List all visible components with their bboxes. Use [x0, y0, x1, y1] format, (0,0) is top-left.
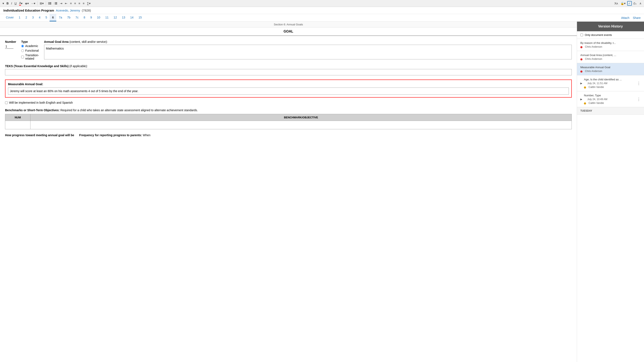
print-btn[interactable]: ⎙▾ [633, 1, 638, 5]
bullet-list-btn[interactable] [47, 1, 52, 5]
sidebar-title: Version History [577, 22, 644, 31]
measurable-goal-title: Measurable Annual Goal: [8, 82, 569, 86]
version-item-age[interactable]: ▶ Age, Is the child identified as ... Ju… [577, 75, 644, 91]
measurable-goal-input[interactable] [8, 87, 569, 95]
only-doc-events: Only document events [577, 31, 644, 39]
tab-11[interactable]: 11 [103, 14, 111, 21]
version-title-measurable: Measurable Annual Goal [580, 66, 641, 69]
lock-btn[interactable]: 🔒▾ [620, 1, 626, 5]
version-user-annual-goal: Chris Anderson [580, 57, 641, 60]
svg-rect-3 [49, 3, 51, 3]
tab-7b[interactable]: 7b [65, 14, 73, 21]
svg-point-2 [48, 3, 49, 4]
only-doc-checkbox[interactable] [580, 33, 583, 36]
highlight-btn[interactable]: ◈▾ [24, 1, 30, 5]
student-id: (7828) [82, 8, 91, 12]
tab-13[interactable]: 13 [119, 14, 128, 21]
bold-btn[interactable]: B [6, 1, 10, 5]
teks-suffix: (if applicable): [69, 64, 88, 68]
share-link[interactable]: Share [633, 16, 641, 19]
version-item-measurable[interactable]: Measurable Annual Goal Chris Anderson [577, 63, 644, 75]
version-item-disability[interactable]: By reason of the disability, t... Chris … [577, 39, 644, 51]
teks-input[interactable] [5, 69, 572, 75]
version-history-sidebar: Version History Only document events By … [577, 22, 644, 362]
numbered-list-btn[interactable]: 1.2.3. [53, 1, 58, 5]
version-user-annual-goal-name: Chris Anderson [585, 57, 602, 60]
underline-btn[interactable]: U [14, 1, 18, 5]
col-obj: BENCHMARK/OBJECTIVE [30, 114, 572, 121]
align-right-btn[interactable]: ≡ [78, 1, 81, 5]
type-transition[interactable]: Transition-related [21, 53, 39, 60]
only-doc-label: Only document events [585, 33, 612, 36]
version-item-number-type[interactable]: ▶ Number, Type July 24, 10:49 AM Caitlin… [577, 91, 644, 107]
outdent-btn[interactable]: ⇤ [64, 1, 68, 5]
tab-8[interactable]: 8 [81, 14, 88, 21]
age-more-icon[interactable]: ⋮ [637, 81, 641, 86]
version-time-number-type: July 24, 10:49 AM [587, 98, 637, 101]
functional-radio[interactable] [21, 49, 24, 52]
annual-goal-input[interactable]: Mathematics [44, 45, 572, 59]
english-spanish-checkbox[interactable] [5, 101, 8, 104]
indent-btn[interactable]: ⇥ [59, 1, 63, 5]
tab-cover[interactable]: Cover [3, 14, 16, 21]
number-type-more-icon[interactable]: ⋮ [637, 97, 641, 102]
tab-7a[interactable]: 7a [56, 14, 65, 21]
number-type-arrow-icon: ▶ [580, 98, 582, 101]
svg-rect-1 [49, 2, 51, 3]
transition-checkbox[interactable] [21, 56, 24, 58]
english-spanish-label: Will be implemented in both English and … [9, 101, 73, 104]
measurable-goal-section: Measurable Annual Goal: [5, 79, 572, 98]
more-btn[interactable]: ···▾ [30, 1, 36, 5]
progress-label: How progress toward meeting annual goal … [5, 133, 74, 137]
section-header: Section 6: Annual Goals [0, 22, 577, 27]
table-btn[interactable]: ⊞▾ [39, 1, 44, 5]
academic-radio[interactable] [21, 45, 24, 47]
font-color-btn[interactable]: A▾ [18, 1, 23, 6]
dropdown-arrow-btn[interactable]: ▾ [2, 1, 5, 5]
number-input[interactable] [5, 44, 14, 49]
collapse-btn[interactable]: ∧ [638, 1, 642, 5]
type-academic[interactable]: Academic [21, 44, 39, 48]
version-title-number-type: Number, Type [584, 94, 637, 97]
tab-15[interactable]: 15 [136, 14, 144, 21]
tab-10[interactable]: 10 [94, 14, 103, 21]
functional-label: Functional [25, 49, 39, 52]
tab-1[interactable]: 1 [16, 14, 23, 21]
content-area: Section 6: Annual Goals GOAL Number Type [0, 22, 577, 362]
italic-btn[interactable]: I [10, 1, 13, 5]
version-user-number-type-name: Caitlin Vandie [588, 102, 604, 104]
tab-3[interactable]: 3 [30, 14, 36, 21]
svg-rect-11 [55, 4, 57, 4]
type-functional[interactable]: Functional [21, 49, 39, 52]
version-item-annual-goal[interactable]: Annual Goal Area (content, ... Chris And… [577, 51, 644, 63]
student-name[interactable]: Acevedo, Jeremy [56, 8, 80, 12]
frequency-suffix: When [143, 133, 150, 137]
tab-6[interactable]: 6 [50, 14, 56, 21]
tab-12[interactable]: 12 [111, 14, 120, 21]
tab-7c[interactable]: 7c [73, 14, 81, 21]
align-justify-btn[interactable]: ≡ [82, 1, 85, 5]
tab-5[interactable]: 5 [43, 14, 50, 21]
version-title-disability: By reason of the disability, t... [580, 41, 641, 44]
version-user-age: Caitlin Vandie [584, 86, 637, 88]
type-options: Academic Functional Transition-related [21, 44, 39, 60]
version-time-age: July 24, 11:51 AM [587, 82, 637, 85]
align-center-btn[interactable]: ≡ [73, 1, 77, 5]
frequency-strong: Frequency for reporting progress to pare… [79, 133, 142, 137]
benchmark-table: NUM BENCHMARK/OBJECTIVE [5, 114, 572, 129]
tab-9[interactable]: 9 [88, 14, 94, 21]
svg-point-0 [48, 2, 49, 3]
main-layout: Section 6: Annual Goals GOAL Number Type [0, 22, 644, 362]
check-btn[interactable]: ✓ [627, 1, 632, 6]
annual-goal-suffix: (content, skill and/or service): [69, 40, 108, 43]
xa-btn[interactable]: XA [614, 1, 619, 5]
age-arrow-icon: ▶ [580, 82, 582, 85]
tab-4[interactable]: 4 [36, 14, 43, 21]
formula-btn[interactable]: ∑▾ [86, 1, 91, 5]
attach-link[interactable]: Attach [621, 16, 630, 19]
align-left-btn[interactable]: ≡ [69, 1, 72, 5]
tab-14[interactable]: 14 [128, 14, 136, 21]
tab-2[interactable]: 2 [23, 14, 30, 21]
english-spanish-checkbox-label[interactable]: Will be implemented in both English and … [5, 101, 572, 104]
number-field-group: Number [5, 40, 16, 49]
